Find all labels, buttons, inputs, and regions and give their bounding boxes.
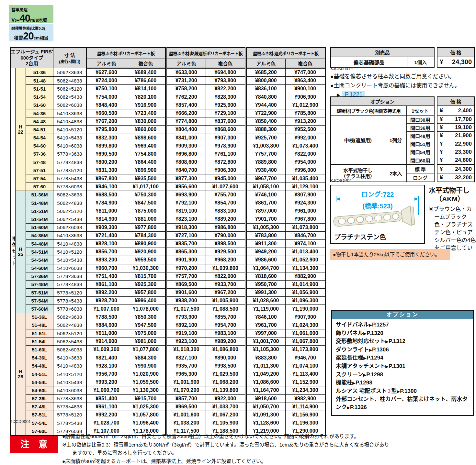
price-cell: ¥795,800 — [86, 126, 126, 134]
price-cell: ¥907,900 — [286, 313, 325, 321]
size-cell: 5410×6038 — [53, 142, 86, 150]
catalog-code-options: XJCSOP04 — [330, 178, 352, 183]
snow-suffix: 相当 — [40, 36, 48, 40]
price-cell: ¥978,900 — [206, 142, 246, 150]
price-cell: ¥785,800 — [286, 109, 325, 117]
accessories-table-price: 価 格 ¥24,300 — [437, 47, 475, 68]
price-cell: ¥1,234,300 — [286, 386, 325, 394]
price-cell: ¥1,024,300 — [286, 321, 325, 329]
height-group-label: H22 — [16, 68, 26, 191]
model-cell: 54-54 — [26, 134, 53, 142]
price-cell: ¥836,100 — [246, 85, 286, 93]
options-price-header: 価 格 — [437, 97, 474, 106]
price-cell: ¥1,086,600 — [246, 378, 286, 386]
price-cell: ¥1,052,900 — [286, 256, 325, 264]
model-cell: 54-51L — [26, 370, 53, 378]
table-row: 57-36M5778×3638¥751,400¥815,700¥757,700¥… — [10, 272, 325, 280]
price-cell: ¥696,800 — [166, 150, 206, 158]
options-row: 水平式物干し（テラス柱用）2本入標 準 — [331, 165, 434, 173]
price-cell: ¥754,800 — [126, 150, 166, 158]
option-price: 23,300 — [455, 149, 472, 155]
option-page-link[interactable]: P.1298 — [356, 380, 372, 386]
catalog-code-main: XDCD0001 — [10, 419, 31, 424]
price-cell: ¥884,300 — [126, 354, 166, 362]
price-cell: ¥1,030,300 — [126, 264, 166, 272]
option-page-link[interactable]: P.1326 — [350, 404, 367, 410]
option-page-link[interactable]: P.1257 — [372, 322, 389, 328]
price-cell: ¥750,100 — [86, 85, 126, 93]
price-cell: ¥857,700 — [166, 394, 206, 403]
price-cell: ¥918,300 — [166, 223, 206, 231]
table-row: 51-54L5062×5438¥914,900¥981,000¥923,100¥… — [10, 338, 325, 346]
table-row: 57-605778×6038¥946,100¥1,017,100¥956,600… — [10, 183, 325, 191]
price-cell: ¥893,200 — [86, 256, 126, 264]
price-cell: ¥957,800 — [126, 289, 166, 297]
price-cell: ¥889,200 — [206, 215, 246, 223]
currency-symbol: ¥ — [440, 174, 443, 181]
price-cell: ¥722,900 — [246, 109, 286, 117]
price-cell: ¥1,068,200 — [206, 378, 246, 386]
size-cell: 5778×5120 — [53, 411, 86, 419]
price-cell: ¥1,050,700 — [246, 403, 286, 411]
snow-prefix: 積雪 — [14, 35, 23, 40]
table-row: 51-60L5062×6038¥1,009,300¥1,077,800¥1,01… — [10, 346, 325, 354]
option-page-link[interactable]: P.1312 — [389, 338, 405, 344]
dimension-label-long: ロング:722 — [331, 189, 424, 199]
size-cell: 5410×5438 — [53, 256, 86, 264]
price-cell: ¥688,500 — [86, 191, 126, 199]
price-cell: ¥1,001,900 — [166, 378, 206, 386]
option-qty-cell: 2本入 — [385, 165, 406, 182]
option-name-cell: 中桟(追加用) — [331, 116, 385, 165]
height-number: 25 — [16, 252, 26, 257]
price-cell: ¥992,200 — [86, 411, 126, 419]
option-link-text: スクリーン — [336, 371, 363, 378]
price-cell: ¥949,200 — [246, 248, 286, 256]
price-cell: ¥841,000 — [166, 134, 206, 142]
size-cell: 5778×3638 — [53, 150, 86, 158]
price-cell: ¥1,086,800 — [206, 346, 246, 354]
price-cell: ¥901,900 — [166, 256, 206, 264]
color-subheader: 複合色 — [286, 59, 325, 68]
price-cell: ¥847,500 — [126, 199, 166, 207]
size-cell: 5062×3638 — [53, 68, 86, 77]
table-row: 54-51M5410×5120¥856,700¥920,900¥865,300¥… — [10, 248, 325, 256]
price-cell: ¥1,007,000 — [86, 305, 126, 313]
model-cell: 51-54 — [26, 93, 53, 101]
option-page-link[interactable]: P.1301 — [389, 363, 405, 369]
hanger-warning-strip: ●物干し1本当たり25kg以下でご使用ください。 — [330, 249, 450, 260]
options-list-item: 木調アタッチメント▶P.1301 — [336, 362, 469, 371]
price-cell: ¥757,700 — [166, 272, 206, 280]
model-cell: 51-36L — [26, 313, 53, 321]
roof-material-header: 屋根ふき材:ポリカーボネート板 — [86, 48, 166, 59]
arrow-icon: ▶ — [347, 405, 350, 410]
option-page-link[interactable]: P.1320 — [367, 330, 383, 336]
option-page-link[interactable]: P.1294 — [367, 355, 383, 361]
price-cell: ¥1,025,300 — [126, 403, 166, 411]
price-cell: ¥913,200 — [286, 117, 325, 126]
size-cell: 5410×5438 — [53, 134, 86, 142]
price-cell: ¥846,100 — [246, 313, 286, 321]
option-page-link[interactable]: P.1306 — [372, 347, 389, 353]
accessory-qty: 1個入 — [407, 57, 434, 68]
price-cell: ¥793,900 — [166, 313, 206, 321]
price-cell: ¥854,700 — [206, 199, 246, 207]
option-spec-cell: 間口51用 — [406, 140, 434, 148]
size-cell: 5062×5120 — [53, 85, 86, 93]
price-cell: ¥814,100 — [126, 85, 166, 93]
model-cell: 57-36M — [26, 272, 53, 280]
price-cell: ¥935,500 — [126, 174, 166, 183]
price-cell: ¥815,700 — [126, 272, 166, 280]
price-cell: ¥925,900 — [206, 101, 246, 109]
table-row: 54-60M5410×6038¥960,700¥1,030,300¥970,20… — [10, 264, 325, 272]
hanger-title: 水平式物干し — [429, 186, 476, 194]
size-cell: 5778×6038 — [53, 305, 86, 313]
price-cell: ¥851,400 — [86, 394, 126, 403]
option-page-link[interactable]: P.1300 — [400, 388, 417, 394]
price-cell: ¥991,300 — [246, 289, 286, 297]
price-cell: ¥784,900 — [86, 199, 126, 207]
option-link-text: 梁延長仕様 — [336, 355, 363, 361]
price-cell: ¥888,300 — [246, 126, 286, 134]
options-row: 中桟(追加用)1列分間口30用 — [331, 116, 434, 124]
price-cell: ¥822,000 — [286, 150, 325, 158]
option-page-link[interactable]: P.1298 — [366, 371, 383, 378]
